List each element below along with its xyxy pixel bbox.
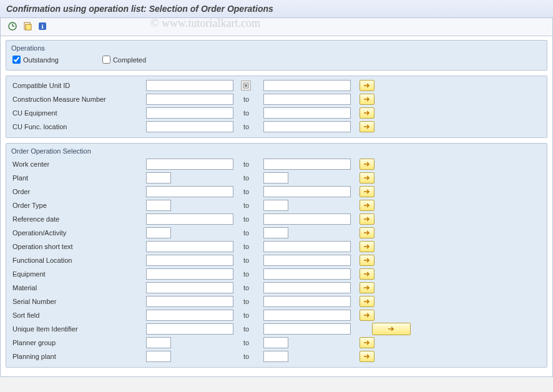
- order-row-6-label: Operation short text: [12, 243, 144, 250]
- multiple-selection-button[interactable]: [360, 107, 374, 119]
- multiple-selection-button[interactable]: [360, 337, 374, 348]
- multiple-selection-button[interactable]: [360, 282, 374, 293]
- search-help-icon[interactable]: [241, 81, 251, 91]
- multiple-selection-button[interactable]: [360, 121, 374, 132]
- order-row-2-to-input[interactable]: [263, 186, 351, 197]
- to-label: to: [242, 243, 261, 250]
- to-label: to: [242, 270, 261, 278]
- order-row-10-to-input[interactable]: [263, 296, 351, 307]
- to-label: to: [242, 257, 261, 264]
- cu-group: Compatible Unit IDConstruction Measure N…: [6, 76, 547, 138]
- order-row-14-to-input[interactable]: [263, 351, 288, 362]
- multiple-selection-button[interactable]: [360, 80, 374, 91]
- order-row-12-from-input[interactable]: [146, 323, 233, 335]
- multiple-selection-button[interactable]: [360, 186, 374, 197]
- order-row-3-to-input[interactable]: [263, 200, 288, 211]
- order-row-14-from-input[interactable]: [146, 351, 171, 362]
- svg-text:i: i: [41, 22, 43, 30]
- multiple-selection-button[interactable]: [372, 323, 411, 335]
- order-operation-group: Order Operation Selection Work centertoP…: [6, 143, 547, 368]
- order-row-11-to-input[interactable]: [263, 310, 351, 321]
- multiple-selection-button[interactable]: [360, 213, 374, 225]
- cu-row-1-to-input[interactable]: [263, 94, 351, 105]
- completed-checkbox[interactable]: [102, 56, 110, 64]
- to-label: to: [242, 96, 261, 103]
- order-row-6-to-input[interactable]: [263, 241, 351, 252]
- multiple-selection-button[interactable]: [360, 172, 374, 184]
- order-row-10-label: Serial Number: [12, 298, 144, 305]
- order-row-13-to-input[interactable]: [263, 337, 288, 348]
- outstanding-checkbox-wrap[interactable]: Outstandng: [12, 56, 59, 64]
- cu-row-3-from-input[interactable]: [146, 121, 233, 132]
- order-row-11-label: Sort field: [12, 311, 144, 319]
- cu-row-3-to-input[interactable]: [263, 121, 351, 132]
- order-row-2-from-input[interactable]: [146, 186, 233, 197]
- to-label: to: [242, 298, 261, 305]
- multiple-selection-button[interactable]: [360, 296, 374, 307]
- order-row-0-from-input[interactable]: [146, 159, 233, 170]
- cu-row-2-from-input[interactable]: [146, 107, 233, 119]
- to-label: to: [242, 311, 261, 319]
- to-label: to: [242, 202, 261, 209]
- order-row-4-label: Reference date: [12, 215, 144, 223]
- completed-checkbox-wrap[interactable]: Completed: [102, 56, 146, 64]
- multiple-selection-button[interactable]: [360, 159, 374, 170]
- multiple-selection-button[interactable]: [360, 310, 374, 321]
- order-operation-group-title: Order Operation Selection: [6, 146, 547, 157]
- cu-row-2-label: CU Equipment: [12, 109, 144, 117]
- to-label: to: [242, 229, 261, 237]
- to-label: to: [242, 123, 261, 130]
- order-row-12-to-input[interactable]: [263, 323, 351, 335]
- order-row-8-label: Equipment: [12, 270, 144, 278]
- cu-row-0-to-input[interactable]: [263, 80, 351, 91]
- multiple-selection-button[interactable]: [360, 268, 374, 280]
- order-row-0-to-input[interactable]: [263, 159, 351, 170]
- to-label: to: [242, 284, 261, 292]
- execute-icon[interactable]: [7, 21, 18, 32]
- order-row-6-from-input[interactable]: [146, 241, 233, 252]
- operations-group-title: Operations: [6, 43, 547, 54]
- get-variant-icon[interactable]: [22, 21, 33, 32]
- order-row-5-from-input[interactable]: [146, 227, 171, 238]
- to-label: to: [242, 339, 261, 346]
- order-row-1-from-input[interactable]: [146, 172, 171, 184]
- cu-row-0-from-input[interactable]: [146, 80, 233, 91]
- multiple-selection-button[interactable]: [360, 200, 374, 211]
- order-row-12-label: Unique Item Identifier: [12, 325, 144, 333]
- order-row-9-to-input[interactable]: [263, 282, 351, 293]
- outstanding-checkbox[interactable]: [12, 56, 21, 64]
- order-row-4-from-input[interactable]: [146, 213, 233, 225]
- cu-row-3-label: CU Func. location: [12, 123, 144, 130]
- order-row-7-from-input[interactable]: [146, 255, 233, 266]
- outstanding-label: Outstandng: [23, 56, 59, 64]
- svg-rect-4: [26, 24, 31, 30]
- order-row-13-from-input[interactable]: [146, 337, 171, 348]
- order-row-3-from-input[interactable]: [146, 200, 171, 211]
- application-toolbar: i © www.tutorialkart.com: [1, 18, 552, 36]
- multiple-selection-button[interactable]: [360, 241, 374, 252]
- multiple-selection-button[interactable]: [360, 227, 374, 238]
- info-icon[interactable]: i: [37, 21, 48, 32]
- order-row-4-to-input[interactable]: [263, 213, 351, 225]
- cu-row-0-label: Compatible Unit ID: [12, 82, 144, 89]
- order-row-11-from-input[interactable]: [146, 310, 233, 321]
- order-row-5-to-input[interactable]: [263, 227, 288, 238]
- order-row-1-to-input[interactable]: [263, 172, 288, 184]
- multiple-selection-button[interactable]: [360, 94, 374, 105]
- cu-row-1-from-input[interactable]: [146, 94, 233, 105]
- order-row-10-from-input[interactable]: [146, 296, 233, 307]
- operations-group: Operations Outstandng Completed: [6, 40, 547, 71]
- order-row-14-label: Planning plant: [12, 353, 144, 360]
- order-row-7-to-input[interactable]: [263, 255, 351, 266]
- multiple-selection-button[interactable]: [360, 255, 374, 266]
- cu-row-2-to-input[interactable]: [263, 107, 351, 119]
- order-row-8-from-input[interactable]: [146, 268, 233, 280]
- order-row-13-label: Planner group: [12, 339, 144, 346]
- svg-rect-8: [245, 84, 247, 87]
- order-row-1-label: Plant: [12, 174, 144, 182]
- to-label: to: [242, 174, 261, 182]
- order-row-2-label: Order: [12, 188, 144, 195]
- multiple-selection-button[interactable]: [360, 351, 374, 362]
- order-row-9-from-input[interactable]: [146, 282, 233, 293]
- order-row-8-to-input[interactable]: [263, 268, 351, 280]
